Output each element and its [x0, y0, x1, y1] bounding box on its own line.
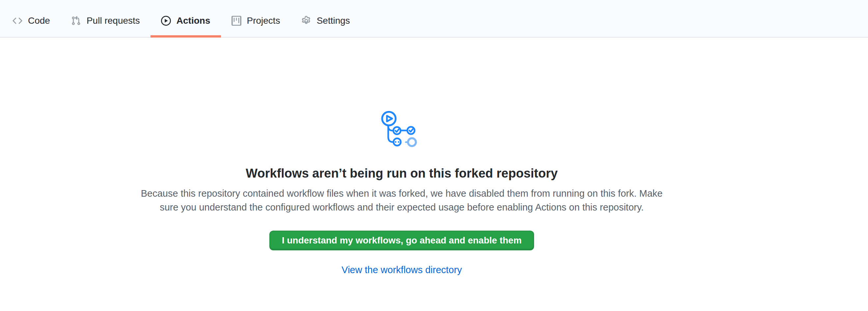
button-row: I understand my workflows, go ahead and …	[0, 230, 803, 250]
tab-label: Pull requests	[87, 16, 140, 25]
enable-workflows-button[interactable]: I understand my workflows, go ahead and …	[269, 230, 534, 250]
code-icon	[12, 16, 22, 26]
tab-settings[interactable]: Settings	[291, 5, 361, 37]
tab-pull-requests[interactable]: Pull requests	[61, 5, 151, 37]
description: Because this repository contained workfl…	[0, 186, 803, 214]
workflow-graph-icon	[380, 111, 423, 151]
tab-label: Settings	[317, 16, 350, 25]
tab-projects[interactable]: Projects	[221, 5, 291, 37]
workflows-directory-link[interactable]: View the workflows directory	[341, 265, 462, 275]
tab-label: Actions	[177, 16, 210, 25]
tab-code[interactable]: Code	[2, 5, 61, 37]
blankslate: Workflows aren’t being run on this forke…	[0, 111, 803, 275]
gear-icon	[301, 16, 311, 26]
active-tab-underline	[151, 35, 221, 37]
repo-tab-bar: Code Pull requests Actions Projects	[0, 0, 868, 37]
tab-actions[interactable]: Actions	[151, 5, 221, 37]
pull-request-icon	[71, 16, 81, 26]
description-line: Because this repository contained workfl…	[0, 186, 803, 200]
description-line: sure you understand the configured workf…	[0, 200, 803, 214]
link-row: View the workflows directory	[0, 264, 803, 275]
tab-label: Code	[28, 16, 50, 25]
project-icon	[231, 16, 241, 26]
page-title: Workflows aren’t being run on this forke…	[0, 165, 803, 181]
play-icon	[161, 16, 171, 26]
tab-label: Projects	[247, 16, 280, 25]
